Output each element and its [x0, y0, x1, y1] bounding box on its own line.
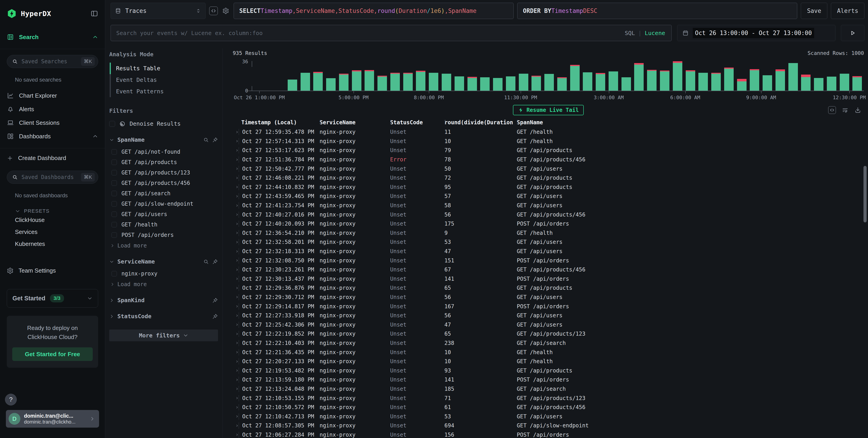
- expand-row-chevron-icon[interactable]: [233, 396, 239, 400]
- histogram-bar[interactable]: [506, 76, 516, 91]
- column-header-spanname[interactable]: SpanName: [514, 119, 864, 126]
- analysis-mode-results-table[interactable]: Results Table: [109, 63, 218, 74]
- expand-row-chevron-icon[interactable]: [233, 313, 239, 318]
- table-row[interactable]: Oct 27 12:22:10.403 PMnginx-proxyUnset23…: [233, 339, 864, 348]
- histogram-bar[interactable]: [660, 70, 670, 91]
- source-select[interactable]: Traces: [111, 3, 206, 19]
- filter-group-header[interactable]: ServiceName: [109, 258, 218, 265]
- expand-row-chevron-icon[interactable]: [233, 231, 239, 235]
- filter-group-header[interactable]: StatusCode: [109, 313, 218, 319]
- order-by-input[interactable]: ORDER BY Timestamp DESC: [517, 3, 797, 19]
- expand-row-chevron-icon[interactable]: [233, 405, 239, 409]
- filter-value-row[interactable]: POST /api/orders: [109, 230, 218, 240]
- saved-dashboards-input[interactable]: Saved Dashboards ⌘K: [7, 171, 98, 184]
- filter-value-row[interactable]: GET /api/products/123: [109, 167, 218, 178]
- histogram-bar[interactable]: [852, 76, 862, 91]
- create-dashboard-button[interactable]: Create Dashboard: [0, 151, 105, 165]
- filter-value-row[interactable]: GET /api/slow-endpoint: [109, 199, 218, 209]
- expand-row-chevron-icon[interactable]: [233, 359, 239, 364]
- histogram-bar[interactable]: [621, 77, 631, 91]
- histogram-bar[interactable]: [455, 76, 464, 91]
- table-row[interactable]: Oct 27 12:32:58.201 PMnginx-proxyUnset53…: [233, 238, 864, 247]
- table-row[interactable]: Oct 27 12:51:36.784 PMnginx-proxyError78…: [233, 155, 864, 164]
- histogram-bar[interactable]: [724, 68, 734, 91]
- histogram-bar[interactable]: [301, 73, 310, 91]
- histogram-bar[interactable]: [390, 73, 400, 91]
- analysis-mode-event-patterns[interactable]: Event Patterns: [109, 86, 218, 97]
- expand-row-chevron-icon[interactable]: [233, 158, 239, 162]
- expand-row-chevron-icon[interactable]: [233, 332, 239, 336]
- expand-row-chevron-icon[interactable]: [233, 258, 239, 263]
- histogram-bar[interactable]: [686, 70, 695, 91]
- table-row[interactable]: Oct 27 12:13:59.180 PMnginx-proxyUnset14…: [233, 375, 864, 384]
- select-clause-input[interactable]: SELECT Timestamp,ServiceName,StatusCode,…: [234, 3, 514, 19]
- table-row[interactable]: Oct 27 12:59:35.478 PMnginx-proxyUnset11…: [233, 128, 864, 137]
- checkbox[interactable]: [112, 271, 117, 276]
- histogram-bar[interactable]: [545, 74, 554, 91]
- expand-row-chevron-icon[interactable]: [233, 277, 239, 281]
- expand-row-chevron-icon[interactable]: [233, 341, 239, 345]
- histogram-bar[interactable]: [763, 75, 772, 91]
- table-row[interactable]: Oct 27 12:10:42.713 PMnginx-proxyUnset53…: [233, 412, 864, 421]
- table-row[interactable]: Oct 27 12:44:10.832 PMnginx-proxyUnset95…: [233, 182, 864, 192]
- histogram-bar[interactable]: [326, 78, 336, 91]
- get-started-card[interactable]: Get Started 3/3: [7, 289, 98, 308]
- view-source-code-icon[interactable]: [828, 106, 836, 114]
- histogram-bar[interactable]: [403, 73, 413, 91]
- load-more-button[interactable]: Load more: [109, 279, 218, 288]
- sidebar-item-alerts[interactable]: Alerts: [0, 102, 105, 116]
- expand-row-chevron-icon[interactable]: [233, 295, 239, 299]
- filter-group-header[interactable]: SpanName: [109, 136, 218, 143]
- code-editor-icon[interactable]: [209, 6, 218, 15]
- expand-row-chevron-icon[interactable]: [233, 424, 239, 428]
- sidebar-item-search[interactable]: Search: [0, 30, 105, 44]
- sidebar-item-team-settings[interactable]: Team Settings: [0, 264, 105, 277]
- histogram-bar[interactable]: [557, 77, 567, 91]
- filter-search-icon[interactable]: [203, 259, 209, 265]
- collapse-sidebar-icon[interactable]: [90, 10, 98, 18]
- histogram-bar[interactable]: [519, 74, 528, 91]
- histogram-bar[interactable]: [596, 73, 605, 91]
- expand-row-chevron-icon[interactable]: [233, 212, 239, 217]
- checkbox[interactable]: [112, 170, 117, 175]
- table-row[interactable]: Oct 27 12:43:59.465 PMnginx-proxyUnset57…: [233, 192, 864, 201]
- user-menu[interactable]: D dominic.tran@clic... dominic.tran@clic…: [6, 410, 99, 428]
- table-row[interactable]: Oct 27 12:40:20.093 PMnginx-proxyUnset17…: [233, 219, 864, 229]
- table-row[interactable]: Oct 27 12:22:19.852 PMnginx-proxyUnset65…: [233, 329, 864, 339]
- histogram-bar[interactable]: [288, 79, 297, 91]
- histogram-bar[interactable]: [583, 72, 592, 91]
- sidebar-item-dashboards[interactable]: Dashboards: [0, 130, 105, 143]
- histogram-bar[interactable]: [339, 74, 348, 91]
- expand-row-chevron-icon[interactable]: [233, 304, 239, 308]
- table-row[interactable]: Oct 27 12:08:57.305 PMnginx-proxyUnset69…: [233, 421, 864, 430]
- expand-row-chevron-icon[interactable]: [233, 176, 239, 180]
- table-row[interactable]: Oct 27 12:57:14.313 PMnginx-proxyUnset10…: [233, 137, 864, 146]
- scrollbar-thumb[interactable]: [864, 166, 867, 223]
- filter-value-row[interactable]: GET /api/search: [109, 188, 218, 199]
- histogram-bar[interactable]: [673, 61, 682, 91]
- event-search-input[interactable]: Search your events w/ Lucene ex. column:…: [111, 25, 672, 41]
- histogram-bar[interactable]: [416, 71, 425, 91]
- histogram-bar[interactable]: [377, 76, 387, 91]
- checkbox[interactable]: [112, 149, 117, 155]
- checkbox[interactable]: [112, 160, 117, 165]
- filter-value-row[interactable]: GET /health: [109, 220, 218, 230]
- table-row[interactable]: Oct 27 12:30:23.261 PMnginx-proxyUnset67…: [233, 265, 864, 274]
- table-row[interactable]: Oct 27 12:29:36.876 PMnginx-proxyUnset65…: [233, 283, 864, 293]
- language-sql-option[interactable]: SQL: [625, 30, 635, 36]
- pin-icon[interactable]: [212, 297, 218, 303]
- expand-row-chevron-icon[interactable]: [233, 414, 239, 418]
- wrap-lines-icon[interactable]: [842, 107, 848, 113]
- expand-row-chevron-icon[interactable]: [233, 323, 239, 327]
- expand-row-chevron-icon[interactable]: [233, 268, 239, 272]
- expand-row-chevron-icon[interactable]: [233, 194, 239, 198]
- table-row[interactable]: Oct 27 12:41:23.754 PMnginx-proxyUnset58…: [233, 201, 864, 210]
- run-query-button[interactable]: [841, 25, 864, 41]
- checkbox[interactable]: [112, 222, 117, 227]
- table-row[interactable]: Oct 27 12:32:18.313 PMnginx-proxyUnset47…: [233, 247, 864, 256]
- pin-icon[interactable]: [212, 137, 218, 143]
- checkbox[interactable]: [112, 201, 117, 207]
- column-header-timestamp[interactable]: Timestamp (Local): [239, 119, 317, 126]
- date-range-picker[interactable]: Oct 26 13:00:00 - Oct 27 13:00:00: [677, 25, 835, 41]
- help-button[interactable]: ?: [5, 394, 17, 405]
